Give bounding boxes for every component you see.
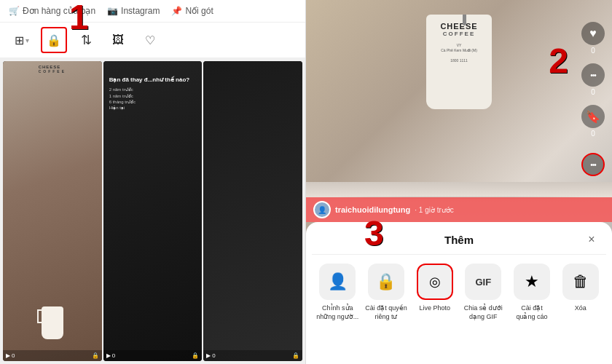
heart-button[interactable]: ♡	[137, 27, 163, 53]
top-nav: 🛒 Đơn hàng của bạn 📷 Instagram 📌 Nối gót	[0, 0, 305, 23]
play-count-2: ▶ 0	[106, 352, 115, 359]
live-photo-icon: ◎	[417, 264, 453, 300]
play-count-3: ▶ 0	[206, 352, 215, 359]
play-count-1: ▶ 0	[6, 352, 15, 359]
like-count: 0	[591, 47, 595, 55]
popup-item-live-photo[interactable]: ◎ Live Photo	[412, 264, 458, 321]
coffee-cup-shape	[42, 306, 63, 339]
big-cup: CHEESE COFFEE VY Cà Phê Kem Muối (M) 180…	[426, 15, 492, 109]
video-cell-1[interactable]: CHEESECOFFEE ▶ 0 🔒	[3, 61, 102, 361]
user-bar: 👤 traichuoidilungtung · 1 giờ trước	[306, 197, 612, 222]
edit-users-icon: 👤	[319, 264, 356, 300]
popup-item-gif[interactable]: GIF Chia sẻ dướidạng GIF	[460, 264, 506, 321]
lock-button[interactable]: 🔒	[41, 27, 67, 53]
cart-icon: 🛒	[9, 6, 20, 16]
lock-icon: 🔒	[47, 33, 61, 47]
username: traichuoidilungtung	[335, 205, 410, 214]
delete-label: Xóa	[575, 304, 586, 313]
more-icon[interactable]: •••	[581, 153, 605, 176]
live-photo-label: Live Photo	[419, 304, 450, 313]
video-cell-2[interactable]: Bạn đã thay đ...như thế nào? 2 năm trước…	[103, 61, 203, 361]
heart-icon: ♥	[581, 22, 605, 45]
video-thumb-3	[203, 61, 302, 361]
annotation-1: 1	[69, 0, 89, 35]
video-cell-3[interactable]: ▶ 0 🔒	[203, 61, 302, 361]
bookmark-icon: 🔖	[581, 105, 605, 128]
video-thumb-1: CHEESECOFFEE	[3, 61, 102, 361]
comment-button[interactable]: ••• 0	[581, 63, 605, 96]
video-bottom-bar-1: ▶ 0 🔒	[3, 350, 102, 361]
bookmark-button[interactable]: 🔖 0	[581, 105, 605, 138]
image-button[interactable]: 🖼	[105, 27, 131, 53]
heart-outline-icon: ♡	[145, 33, 155, 47]
noi-got-nav[interactable]: 📌 Nối gót	[171, 6, 213, 16]
right-side-buttons: ♥ 0 ••• 0 🔖 0	[581, 22, 605, 138]
more-button-container[interactable]: •••	[581, 153, 605, 176]
popup-item-privacy[interactable]: 🔒 Cài đặt quyềnriêng tư	[364, 264, 409, 321]
ads-label: Cài đặtquảng cáo	[516, 304, 547, 321]
popup-item-ads[interactable]: ★ Cài đặtquảng cáo	[509, 264, 555, 321]
text-overlay: Bạn đã thay đ...như thế nào? 2 năm trước…	[109, 76, 197, 111]
bookmark-count: 0	[591, 130, 595, 138]
popup-items: 👤 Chỉnh sửanhững ngườ... 🔒 Cài đặt quyền…	[312, 264, 606, 321]
play-icon-2: ▶	[106, 352, 111, 359]
play-icon-1: ▶	[6, 352, 10, 359]
lock-indicator-2: 🔒	[192, 352, 199, 359]
right-panel: CHEESE COFFEE VY Cà Phê Kem Muối (M) 180…	[306, 0, 612, 364]
play-icon-3: ▶	[206, 352, 211, 359]
instagram-icon: 📷	[107, 6, 118, 16]
lock-indicator-3: 🔒	[292, 352, 299, 359]
bottom-popup: 3 Thêm × 👤 Chỉnh sửanhững ngườ... 🔒 Cài …	[306, 222, 612, 364]
ellipsis-icon: •••	[581, 63, 605, 87]
left-panel: 🛒 Đơn hàng của bạn 📷 Instagram 📌 Nối gót…	[0, 0, 306, 364]
annotation-2: 2	[549, 44, 568, 79]
big-cheese-area: CHEESE COFFEE VY Cà Phê Kem Muối (M) 180…	[306, 0, 612, 218]
popup-item-edit[interactable]: 👤 Chỉnh sửanhững ngườ...	[315, 264, 361, 321]
gif-icon: GIF	[465, 264, 501, 300]
ads-icon: ★	[514, 264, 550, 300]
gif-label: Chia sẻ dướidạng GIF	[464, 304, 503, 321]
toolbar: ⊞ ▾ 🔒 ⇅ 🖼 ♡	[0, 23, 305, 58]
instagram-nav[interactable]: 📷 Instagram	[107, 6, 160, 16]
annotation-3: 3	[364, 216, 384, 251]
popup-item-delete[interactable]: 🗑 Xóa	[557, 264, 603, 321]
grid-icon: ⊞	[15, 33, 24, 47]
image-icon: 🖼	[112, 33, 124, 47]
noi-got-icon: 📌	[171, 6, 182, 16]
post-time: · 1 giờ trước	[415, 206, 454, 214]
video-bottom-bar-3: ▶ 0 🔒	[203, 350, 302, 361]
video-bottom-bar-2: ▶ 0 🔒	[103, 350, 203, 361]
popup-header: Thêm ×	[312, 231, 606, 255]
like-button[interactable]: ♥ 0	[581, 22, 605, 55]
privacy-label: Cài đặt quyềnriêng tư	[365, 304, 407, 321]
user-avatar: 👤	[313, 201, 331, 218]
straw	[463, 15, 466, 25]
privacy-icon: 🔒	[368, 264, 404, 300]
grid-button[interactable]: ⊞ ▾	[9, 27, 35, 53]
lock-indicator-1: 🔒	[92, 352, 99, 359]
edit-users-label: Chỉnh sửanhững ngườ...	[316, 304, 358, 321]
video-grid: CHEESECOFFEE ▶ 0 🔒 Bạn đã thay đ...như t…	[0, 58, 305, 364]
delete-icon: 🗑	[562, 264, 599, 300]
popup-close-button[interactable]: ×	[583, 231, 600, 248]
comment-count: 0	[591, 88, 595, 96]
